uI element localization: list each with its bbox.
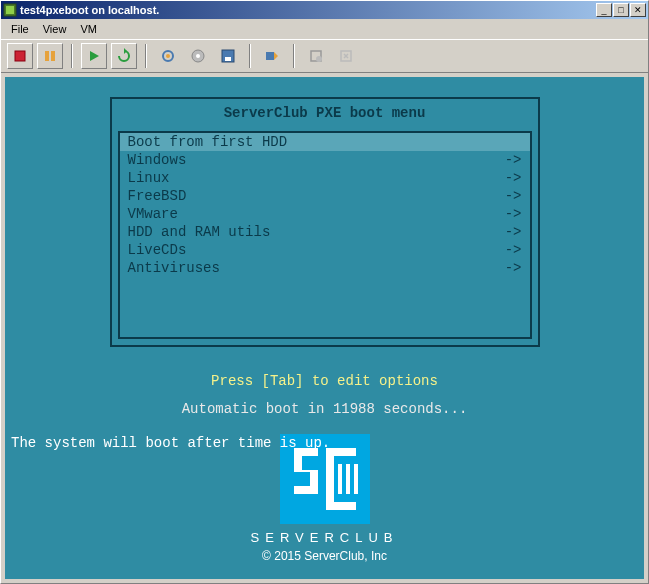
menu-vm[interactable]: VM: [74, 21, 103, 37]
pxe-menu-box: ServerClub PXE boot menu Boot from first…: [110, 97, 540, 347]
cd-button[interactable]: [185, 43, 211, 69]
stop-button[interactable]: [7, 43, 33, 69]
svg-point-10: [196, 54, 200, 58]
titlebar: test4pxeboot on localhost. _ □ ✕: [1, 1, 648, 19]
pxe-menu-list: Boot from first HDD Windows -> Linux -> …: [118, 131, 532, 339]
tool-button-2[interactable]: [333, 43, 359, 69]
toolbar-separator-4: [293, 44, 295, 68]
svg-rect-21: [326, 502, 356, 510]
svg-marker-14: [274, 52, 278, 60]
pxe-item-label: FreeBSD: [128, 188, 492, 204]
pause-button[interactable]: [37, 43, 63, 69]
toolbar-separator: [71, 44, 73, 68]
tool-button-1[interactable]: [303, 43, 329, 69]
minimize-button[interactable]: _: [596, 3, 612, 17]
svg-rect-22: [338, 464, 342, 494]
close-button[interactable]: ✕: [630, 3, 646, 17]
pxe-item-livecds[interactable]: LiveCDs ->: [120, 241, 530, 259]
pxe-sys-message: The system will boot after time is up.: [5, 435, 644, 451]
floppy-button[interactable]: [215, 43, 241, 69]
pxe-title: ServerClub PXE boot menu: [112, 99, 538, 131]
app-icon: [3, 3, 17, 17]
svg-rect-2: [15, 51, 25, 61]
svg-rect-23: [346, 464, 350, 494]
pxe-item-antiviruses[interactable]: Antiviruses ->: [120, 259, 530, 277]
pxe-item-label: Boot from first HDD: [128, 134, 492, 150]
toolbar-separator-2: [145, 44, 147, 68]
window-frame: test4pxeboot on localhost. _ □ ✕ File Vi…: [0, 0, 649, 584]
connect-button[interactable]: [259, 43, 285, 69]
pxe-item-arrow: ->: [492, 170, 522, 186]
maximize-button[interactable]: □: [613, 3, 629, 17]
svg-rect-4: [51, 51, 55, 61]
console-screen[interactable]: ServerClub PXE boot menu Boot from first…: [5, 77, 644, 579]
play-button[interactable]: [81, 43, 107, 69]
pxe-item-boot-hdd[interactable]: Boot from first HDD: [120, 133, 530, 151]
content-area: ServerClub PXE boot menu Boot from first…: [1, 73, 648, 583]
svg-rect-12: [225, 57, 231, 61]
brand-logo-area: SERVERCLUB © 2015 ServerClub, Inc: [5, 434, 644, 563]
pxe-item-freebsd[interactable]: FreeBSD ->: [120, 187, 530, 205]
pxe-item-label: LiveCDs: [128, 242, 492, 258]
pxe-item-label: Windows: [128, 152, 492, 168]
pxe-hint: Press [Tab] to edit options: [5, 373, 644, 389]
svg-point-8: [166, 54, 170, 58]
svg-marker-6: [124, 48, 127, 54]
svg-rect-20: [326, 448, 334, 510]
menu-view[interactable]: View: [37, 21, 73, 37]
pxe-item-arrow: ->: [492, 224, 522, 240]
snapshot-button[interactable]: [155, 43, 181, 69]
pxe-item-arrow: [492, 134, 522, 150]
toolbar-separator-3: [249, 44, 251, 68]
pxe-item-label: Antiviruses: [128, 260, 492, 276]
pxe-item-arrow: ->: [492, 260, 522, 276]
refresh-button[interactable]: [111, 43, 137, 69]
svg-rect-24: [354, 464, 358, 494]
menu-file[interactable]: File: [5, 21, 35, 37]
pxe-item-linux[interactable]: Linux ->: [120, 169, 530, 187]
svg-marker-5: [90, 51, 99, 61]
pxe-item-label: Linux: [128, 170, 492, 186]
window-controls: _ □ ✕: [596, 3, 646, 17]
pxe-auto-boot: Automatic boot in 11988 seconds...: [5, 401, 644, 417]
pxe-item-arrow: ->: [492, 206, 522, 222]
menubar: File View VM: [1, 19, 648, 39]
pxe-item-windows[interactable]: Windows ->: [120, 151, 530, 169]
pxe-item-label: HDD and RAM utils: [128, 224, 492, 240]
window-title: test4pxeboot on localhost.: [20, 4, 596, 16]
svg-rect-3: [45, 51, 49, 61]
pxe-item-label: VMware: [128, 206, 492, 222]
pxe-item-arrow: ->: [492, 242, 522, 258]
svg-point-16: [316, 56, 322, 62]
pxe-item-hdd-ram[interactable]: HDD and RAM utils ->: [120, 223, 530, 241]
toolbar: [1, 39, 648, 73]
svg-rect-1: [6, 6, 14, 14]
pxe-item-arrow: ->: [492, 188, 522, 204]
pxe-item-arrow: ->: [492, 152, 522, 168]
svg-rect-13: [266, 52, 274, 60]
pxe-item-vmware[interactable]: VMware ->: [120, 205, 530, 223]
brand-name: SERVERCLUB: [5, 530, 644, 545]
brand-copyright: © 2015 ServerClub, Inc: [5, 549, 644, 563]
